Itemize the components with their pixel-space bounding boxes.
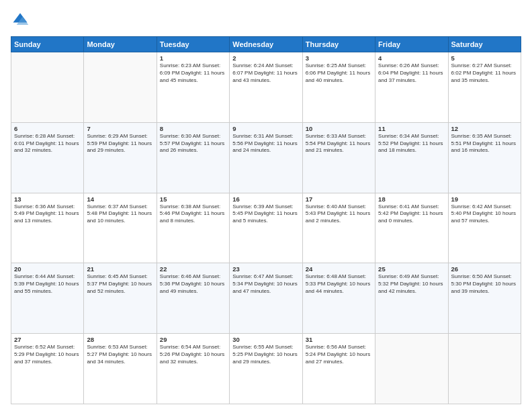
calendar-cell: 17Sunrise: 6:40 AM Sunset: 5:43 PM Dayli… xyxy=(302,193,375,263)
calendar-cell: 7Sunrise: 6:29 AM Sunset: 5:59 PM Daylig… xyxy=(84,122,157,193)
day-number: 18 xyxy=(378,195,445,203)
day-info: Sunrise: 6:47 AM Sunset: 5:34 PM Dayligh… xyxy=(232,273,299,295)
day-info: Sunrise: 6:46 AM Sunset: 5:36 PM Dayligh… xyxy=(160,273,226,295)
calendar-cell: 18Sunrise: 6:41 AM Sunset: 5:42 PM Dayli… xyxy=(375,193,448,263)
day-number: 12 xyxy=(451,125,518,132)
day-info: Sunrise: 6:35 AM Sunset: 5:51 PM Dayligh… xyxy=(451,133,518,154)
calendar-cell: 15Sunrise: 6:38 AM Sunset: 5:46 PM Dayli… xyxy=(157,193,229,263)
header-day-thursday: Thursday xyxy=(302,37,375,52)
header-day-friday: Friday xyxy=(375,37,448,52)
week-row-4: 20Sunrise: 6:44 AM Sunset: 5:39 PM Dayli… xyxy=(11,263,521,334)
calendar-cell: 6Sunrise: 6:28 AM Sunset: 6:01 PM Daylig… xyxy=(11,122,84,193)
calendar-cell: 16Sunrise: 6:39 AM Sunset: 5:45 PM Dayli… xyxy=(230,193,302,263)
day-number: 27 xyxy=(14,336,81,343)
header-day-wednesday: Wednesday xyxy=(230,37,302,52)
logo xyxy=(11,11,32,30)
day-number: 5 xyxy=(451,54,518,62)
day-number: 3 xyxy=(306,54,372,62)
day-info: Sunrise: 6:50 AM Sunset: 5:30 PM Dayligh… xyxy=(451,273,518,295)
calendar-cell: 10Sunrise: 6:33 AM Sunset: 5:54 PM Dayli… xyxy=(302,122,375,193)
calendar-cell: 1Sunrise: 6:23 AM Sunset: 6:09 PM Daylig… xyxy=(157,52,229,123)
header-day-tuesday: Tuesday xyxy=(157,37,229,52)
day-info: Sunrise: 6:27 AM Sunset: 6:02 PM Dayligh… xyxy=(451,62,518,84)
day-number: 4 xyxy=(378,54,445,62)
day-number: 20 xyxy=(14,265,81,273)
day-info: Sunrise: 6:23 AM Sunset: 6:09 PM Dayligh… xyxy=(160,62,226,84)
header-day-monday: Monday xyxy=(84,37,157,52)
day-info: Sunrise: 6:25 AM Sunset: 6:06 PM Dayligh… xyxy=(306,62,372,84)
day-info: Sunrise: 6:42 AM Sunset: 5:40 PM Dayligh… xyxy=(451,203,518,225)
day-number: 29 xyxy=(160,336,226,343)
week-row-2: 6Sunrise: 6:28 AM Sunset: 6:01 PM Daylig… xyxy=(11,122,521,193)
calendar-cell: 11Sunrise: 6:34 AM Sunset: 5:52 PM Dayli… xyxy=(375,122,448,193)
calendar-cell: 14Sunrise: 6:37 AM Sunset: 5:48 PM Dayli… xyxy=(84,193,157,263)
day-number: 16 xyxy=(232,195,299,203)
day-info: Sunrise: 6:24 AM Sunset: 6:07 PM Dayligh… xyxy=(232,62,299,84)
calendar-cell: 26Sunrise: 6:50 AM Sunset: 5:30 PM Dayli… xyxy=(448,263,521,334)
calendar-cell: 31Sunrise: 6:56 AM Sunset: 5:24 PM Dayli… xyxy=(302,334,375,404)
calendar-cell xyxy=(448,334,521,404)
day-info: Sunrise: 6:54 AM Sunset: 5:26 PM Dayligh… xyxy=(160,344,226,365)
calendar-cell: 27Sunrise: 6:52 AM Sunset: 5:29 PM Dayli… xyxy=(11,334,84,404)
day-number: 13 xyxy=(14,195,81,203)
day-info: Sunrise: 6:49 AM Sunset: 5:32 PM Dayligh… xyxy=(378,273,445,295)
calendar-cell: 3Sunrise: 6:25 AM Sunset: 6:06 PM Daylig… xyxy=(302,52,375,123)
calendar-cell: 2Sunrise: 6:24 AM Sunset: 6:07 PM Daylig… xyxy=(230,52,302,123)
day-number: 10 xyxy=(306,125,372,132)
calendar-cell: 25Sunrise: 6:49 AM Sunset: 5:32 PM Dayli… xyxy=(375,263,448,334)
day-info: Sunrise: 6:55 AM Sunset: 5:25 PM Dayligh… xyxy=(232,344,299,365)
calendar-cell: 30Sunrise: 6:55 AM Sunset: 5:25 PM Dayli… xyxy=(230,334,302,404)
calendar-cell: 13Sunrise: 6:36 AM Sunset: 5:49 PM Dayli… xyxy=(11,193,84,263)
calendar-body: 1Sunrise: 6:23 AM Sunset: 6:09 PM Daylig… xyxy=(11,52,521,404)
day-info: Sunrise: 6:36 AM Sunset: 5:49 PM Dayligh… xyxy=(14,203,81,225)
day-number: 26 xyxy=(451,265,518,273)
logo-icon xyxy=(11,11,30,30)
week-row-1: 1Sunrise: 6:23 AM Sunset: 6:09 PM Daylig… xyxy=(11,52,521,123)
calendar-cell: 5Sunrise: 6:27 AM Sunset: 6:02 PM Daylig… xyxy=(448,52,521,123)
calendar-cell: 8Sunrise: 6:30 AM Sunset: 5:57 PM Daylig… xyxy=(157,122,229,193)
day-number: 1 xyxy=(160,54,226,62)
calendar-cell xyxy=(375,334,448,404)
day-info: Sunrise: 6:29 AM Sunset: 5:59 PM Dayligh… xyxy=(87,133,153,154)
day-info: Sunrise: 6:30 AM Sunset: 5:57 PM Dayligh… xyxy=(160,133,226,154)
day-number: 23 xyxy=(232,265,299,273)
day-info: Sunrise: 6:28 AM Sunset: 6:01 PM Dayligh… xyxy=(14,133,81,154)
day-number: 25 xyxy=(378,265,445,273)
page: SundayMondayTuesdayWednesdayThursdayFrid… xyxy=(0,0,532,411)
day-info: Sunrise: 6:40 AM Sunset: 5:43 PM Dayligh… xyxy=(306,203,372,225)
header xyxy=(11,11,521,30)
calendar-cell: 21Sunrise: 6:45 AM Sunset: 5:37 PM Dayli… xyxy=(84,263,157,334)
day-number: 15 xyxy=(160,195,226,203)
calendar-cell: 23Sunrise: 6:47 AM Sunset: 5:34 PM Dayli… xyxy=(230,263,302,334)
day-number: 17 xyxy=(306,195,372,203)
day-number: 6 xyxy=(14,125,81,132)
day-number: 22 xyxy=(160,265,226,273)
day-number: 24 xyxy=(306,265,372,273)
day-info: Sunrise: 6:33 AM Sunset: 5:54 PM Dayligh… xyxy=(306,133,372,154)
day-number: 2 xyxy=(232,54,299,62)
day-info: Sunrise: 6:48 AM Sunset: 5:33 PM Dayligh… xyxy=(306,273,372,295)
day-info: Sunrise: 6:38 AM Sunset: 5:46 PM Dayligh… xyxy=(160,203,226,225)
header-row: SundayMondayTuesdayWednesdayThursdayFrid… xyxy=(11,37,521,52)
day-number: 28 xyxy=(87,336,153,343)
calendar-cell: 29Sunrise: 6:54 AM Sunset: 5:26 PM Dayli… xyxy=(157,334,229,404)
day-info: Sunrise: 6:37 AM Sunset: 5:48 PM Dayligh… xyxy=(87,203,153,225)
day-number: 30 xyxy=(232,336,299,343)
day-info: Sunrise: 6:44 AM Sunset: 5:39 PM Dayligh… xyxy=(14,273,81,295)
day-number: 19 xyxy=(451,195,518,203)
day-info: Sunrise: 6:26 AM Sunset: 6:04 PM Dayligh… xyxy=(378,62,445,84)
day-info: Sunrise: 6:56 AM Sunset: 5:24 PM Dayligh… xyxy=(306,344,372,365)
day-info: Sunrise: 6:39 AM Sunset: 5:45 PM Dayligh… xyxy=(232,203,299,225)
day-number: 21 xyxy=(87,265,153,273)
day-number: 8 xyxy=(160,125,226,132)
calendar-cell: 19Sunrise: 6:42 AM Sunset: 5:40 PM Dayli… xyxy=(448,193,521,263)
calendar-cell xyxy=(84,52,157,123)
day-info: Sunrise: 6:45 AM Sunset: 5:37 PM Dayligh… xyxy=(87,273,153,295)
day-info: Sunrise: 6:34 AM Sunset: 5:52 PM Dayligh… xyxy=(378,133,445,154)
calendar-cell: 12Sunrise: 6:35 AM Sunset: 5:51 PM Dayli… xyxy=(448,122,521,193)
day-number: 9 xyxy=(232,125,299,132)
day-number: 11 xyxy=(378,125,445,132)
calendar-cell: 4Sunrise: 6:26 AM Sunset: 6:04 PM Daylig… xyxy=(375,52,448,123)
week-row-3: 13Sunrise: 6:36 AM Sunset: 5:49 PM Dayli… xyxy=(11,193,521,263)
day-number: 7 xyxy=(87,125,153,132)
